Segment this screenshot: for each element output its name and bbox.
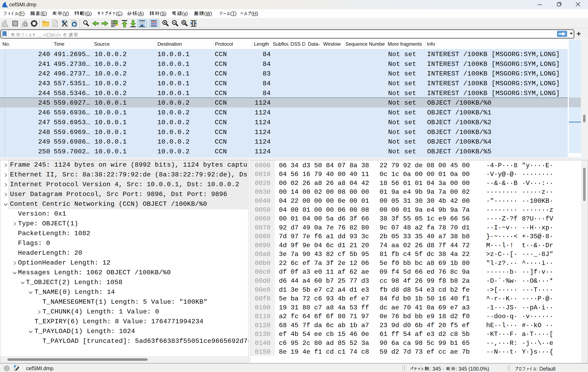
svg-text:0111: 0111 bbox=[53, 25, 57, 26]
